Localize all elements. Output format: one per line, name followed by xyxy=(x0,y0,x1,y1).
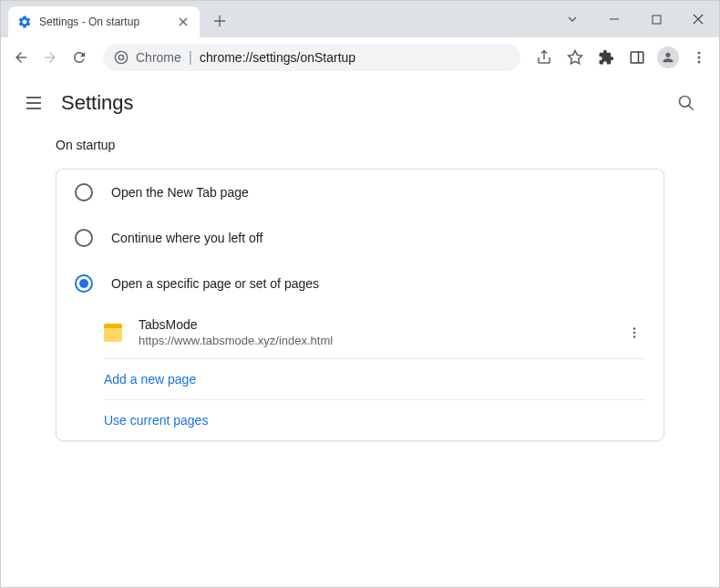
svg-point-8 xyxy=(633,327,636,330)
page-title: Settings xyxy=(61,91,134,115)
search-button[interactable] xyxy=(672,88,701,118)
close-window-button[interactable] xyxy=(677,5,719,33)
folder-icon xyxy=(104,324,122,342)
content: On startup Open the New Tab page Continu… xyxy=(1,129,719,441)
toolbar-actions xyxy=(531,45,712,70)
svg-point-1 xyxy=(115,51,127,63)
side-panel-button[interactable] xyxy=(624,45,650,70)
titlebar: Settings - On startup xyxy=(1,1,719,37)
page-url: https://www.tabsmode.xyz/index.html xyxy=(139,334,623,347)
back-button[interactable] xyxy=(8,45,34,70)
hamburger-menu-button[interactable] xyxy=(19,88,48,118)
new-tab-button[interactable] xyxy=(207,8,232,34)
tab-title: Settings - On startup xyxy=(39,15,169,28)
svg-point-4 xyxy=(698,52,701,55)
use-current-pages-button[interactable]: Use current pages xyxy=(104,400,645,440)
forward-button[interactable] xyxy=(37,45,63,70)
omnibox-url: chrome://settings/onStartup xyxy=(200,50,355,65)
reload-button[interactable] xyxy=(67,45,92,70)
page-name: TabsMode xyxy=(139,317,623,332)
radio-label: Open a specific page or set of pages xyxy=(111,276,319,291)
address-bar[interactable]: Chrome | chrome://settings/onStartup xyxy=(103,44,520,71)
section-title: On startup xyxy=(56,138,664,152)
svg-point-7 xyxy=(680,97,691,108)
maximize-button[interactable] xyxy=(635,5,677,33)
menu-button[interactable] xyxy=(686,45,712,70)
chrome-icon xyxy=(114,50,129,65)
svg-point-10 xyxy=(633,335,636,338)
radio-new-tab[interactable]: Open the New Tab page xyxy=(57,170,663,215)
profile-button[interactable] xyxy=(655,45,681,70)
gear-icon xyxy=(17,15,32,29)
radio-label: Continue where you left off xyxy=(111,231,262,245)
extensions-button[interactable] xyxy=(593,45,619,70)
more-actions-button[interactable] xyxy=(623,322,645,344)
radio-label: Open the New Tab page xyxy=(111,185,249,200)
svg-point-5 xyxy=(698,57,701,59)
page-item: TabsMode https://www.tabsmode.xyz/index.… xyxy=(104,306,645,359)
browser-tab[interactable]: Settings - On startup xyxy=(8,6,200,37)
svg-point-6 xyxy=(698,61,701,64)
startup-card: Open the New Tab page Continue where you… xyxy=(56,169,664,441)
minimize-button[interactable] xyxy=(593,5,635,33)
window-controls xyxy=(551,1,719,37)
close-icon[interactable] xyxy=(176,15,190,29)
chevron-down-icon[interactable] xyxy=(551,5,593,33)
toolbar: Chrome | chrome://settings/onStartup xyxy=(1,37,719,77)
omnibox-prefix: Chrome xyxy=(136,50,181,65)
omnibox-separator: | xyxy=(189,49,192,66)
radio-specific-pages[interactable]: Open a specific page or set of pages xyxy=(57,261,663,306)
page-info: TabsMode https://www.tabsmode.xyz/index.… xyxy=(139,317,623,347)
radio-icon xyxy=(75,229,93,247)
settings-header: Settings xyxy=(1,77,719,129)
svg-rect-0 xyxy=(653,15,661,24)
radio-continue[interactable]: Continue where you left off xyxy=(57,215,663,261)
radio-icon xyxy=(75,274,93,293)
add-page-button[interactable]: Add a new page xyxy=(104,359,645,400)
svg-point-9 xyxy=(633,331,636,334)
share-button[interactable] xyxy=(531,45,557,70)
svg-point-2 xyxy=(118,55,123,59)
pages-list: TabsMode https://www.tabsmode.xyz/index.… xyxy=(104,306,645,440)
avatar-icon xyxy=(657,46,679,68)
radio-icon xyxy=(75,183,93,201)
bookmark-button[interactable] xyxy=(562,45,588,70)
svg-rect-3 xyxy=(631,52,643,63)
